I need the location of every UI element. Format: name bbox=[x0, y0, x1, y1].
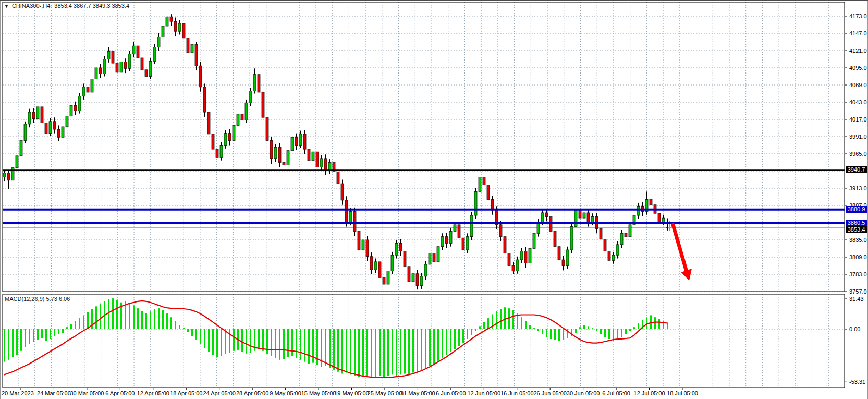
svg-text:15 May 05:00: 15 May 05:00 bbox=[301, 390, 336, 396]
svg-text:20 Mar 2023: 20 Mar 2023 bbox=[2, 390, 34, 396]
window-left-edge bbox=[0, 1, 1, 399]
candles-layer bbox=[3, 13, 669, 291]
svg-text:3835.0: 3835.0 bbox=[849, 237, 867, 243]
macd-histogram bbox=[5, 298, 668, 378]
current-price-label: 3853.4 bbox=[846, 226, 867, 233]
price-chart-canvas[interactable]: 4173.04147.04121.04095.04069.04043.04017… bbox=[0, 1, 868, 399]
chart-title: ▼CHINA300-,H43853.4 3867.7 3849.3 3853.4 bbox=[4, 3, 129, 9]
svg-text:12 Jun 05:00: 12 Jun 05:00 bbox=[467, 390, 500, 396]
svg-text:31 May 05:00: 31 May 05:00 bbox=[400, 390, 435, 396]
svg-text:4147.0: 4147.0 bbox=[849, 30, 867, 37]
svg-text:3757.0: 3757.0 bbox=[849, 288, 867, 295]
svg-text:4121.0: 4121.0 bbox=[849, 47, 867, 54]
svg-text:3809.0: 3809.0 bbox=[849, 254, 867, 260]
svg-text:24 Apr 05:00: 24 Apr 05:00 bbox=[203, 390, 236, 396]
price-level-label-3940: 3940.7 bbox=[846, 166, 867, 173]
svg-text:3913.0: 3913.0 bbox=[849, 185, 867, 191]
price-level-label-3880: 3880.9 bbox=[846, 206, 867, 213]
time-axis: 20 Mar 202324 Mar 05:0030 Mar 05:006 Apr… bbox=[2, 388, 698, 396]
svg-text:4043.0: 4043.0 bbox=[849, 99, 867, 105]
svg-text:6 Apr 05:00: 6 Apr 05:00 bbox=[105, 390, 135, 396]
ohlc-readout: 3853.4 3867.7 3849.3 3853.4 bbox=[54, 3, 129, 9]
svg-text:0.00: 0.00 bbox=[849, 326, 860, 332]
trading-chart-window: 4173.04147.04121.04095.04069.04043.04017… bbox=[0, 0, 868, 399]
svg-text:19 May 05:00: 19 May 05:00 bbox=[334, 390, 369, 396]
svg-text:4095.0: 4095.0 bbox=[849, 65, 867, 71]
svg-text:3991.0: 3991.0 bbox=[849, 134, 867, 140]
symbol-label: CHINA300-,H4 bbox=[12, 3, 50, 9]
svg-text:4173.0: 4173.0 bbox=[849, 13, 867, 19]
chevron-down-icon[interactable]: ▼ bbox=[4, 4, 9, 9]
downtrend-arrow-annotation[interactable] bbox=[673, 225, 692, 281]
svg-text:3783.0: 3783.0 bbox=[849, 271, 867, 277]
svg-text:6 Jul 05:00: 6 Jul 05:00 bbox=[602, 390, 630, 396]
svg-text:18 Apr 05:00: 18 Apr 05:00 bbox=[170, 390, 202, 396]
indicator-name: MACD(12,26,9) bbox=[5, 296, 44, 302]
svg-text:4017.0: 4017.0 bbox=[849, 116, 867, 123]
support-resistance-lines[interactable] bbox=[3, 170, 845, 223]
svg-text:26 Jun 05:00: 26 Jun 05:00 bbox=[533, 390, 567, 396]
indicator-values: 5.73 6.06 bbox=[46, 296, 70, 302]
svg-text:31.43: 31.43 bbox=[849, 296, 864, 302]
price-level-label-3860: 3860.5 bbox=[846, 220, 867, 226]
svg-text:9 May 05:00: 9 May 05:00 bbox=[270, 390, 301, 396]
svg-text:-53.31: -53.31 bbox=[849, 379, 865, 385]
svg-text:3965.0: 3965.0 bbox=[849, 151, 867, 157]
svg-text:28 Apr 05:00: 28 Apr 05:00 bbox=[236, 390, 268, 396]
svg-text:18 Jul 05:00: 18 Jul 05:00 bbox=[667, 390, 698, 396]
svg-text:25 May 05:00: 25 May 05:00 bbox=[368, 390, 402, 396]
svg-text:6 Jun 05:00: 6 Jun 05:00 bbox=[436, 390, 466, 396]
indicator-label: MACD(12,26,9) 5.73 6.06 bbox=[5, 296, 70, 302]
svg-text:30 Jun 05:00: 30 Jun 05:00 bbox=[567, 390, 600, 396]
svg-text:24 Mar 05:00: 24 Mar 05:00 bbox=[37, 390, 71, 396]
svg-text:30 Mar 05:00: 30 Mar 05:00 bbox=[70, 390, 104, 396]
svg-text:4069.0: 4069.0 bbox=[849, 82, 867, 88]
svg-text:16 Jun 05:00: 16 Jun 05:00 bbox=[500, 390, 534, 396]
price-axis: 4173.04147.04121.04095.04069.04043.04017… bbox=[845, 13, 867, 385]
svg-text:12 Jul 05:00: 12 Jul 05:00 bbox=[634, 390, 665, 396]
svg-text:12 Apr 05:00: 12 Apr 05:00 bbox=[137, 390, 169, 396]
